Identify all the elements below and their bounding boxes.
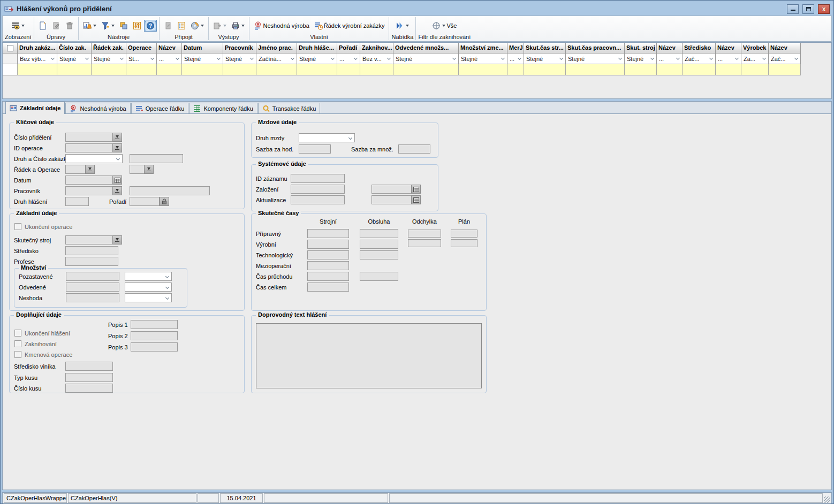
new-row-cell[interactable] [337, 64, 360, 75]
booking-filter-button[interactable]: Vše [430, 20, 459, 32]
col-header-operace[interactable]: Operace [126, 43, 157, 54]
col-header-skut-cas-pracovn[interactable]: Skut.čas pracovn... [566, 43, 625, 54]
filter-operace[interactable]: St... [126, 54, 157, 64]
filter-zaknihovani[interactable]: Bez v... [360, 54, 393, 64]
druh-mzdy-combo[interactable] [299, 133, 355, 142]
filter-pracovnik[interactable]: Stejné [223, 54, 256, 64]
new-row-cell[interactable] [256, 64, 297, 75]
new-row-cell[interactable] [625, 64, 657, 75]
odvedene-mj-combo[interactable] [125, 282, 172, 292]
filter-jmeno-prac[interactable]: Začíná... [256, 54, 297, 64]
filter-skut-stroj[interactable]: Stejné [625, 54, 657, 64]
new-row-cell[interactable] [566, 64, 625, 75]
operace-lookup-button[interactable] [144, 165, 154, 174]
pozastavene-mj-combo[interactable] [125, 272, 172, 281]
col-header-skut-stroj[interactable]: Skut. stroj [625, 43, 657, 54]
filter-skut-cas-str[interactable]: Stejné [524, 54, 566, 64]
col-header-stredisko[interactable]: Středisko [683, 43, 716, 54]
new-row-cell[interactable] [57, 64, 92, 75]
new-row-cell[interactable] [507, 64, 524, 75]
cislo-prideleni-lookup-button[interactable] [112, 133, 122, 142]
minimize-button[interactable] [787, 4, 799, 14]
col-header-druh-zakazky[interactable]: Druh zakáz... [18, 43, 57, 54]
new-row-cell[interactable] [126, 64, 157, 75]
tab-zakladni-udaje[interactable]: Základní údaje [5, 102, 65, 114]
skutecny-stroj-lookup-button[interactable] [112, 235, 122, 245]
new-row-cell[interactable] [657, 64, 683, 75]
poradi-lock-button[interactable] [160, 197, 169, 206]
notes-list-button[interactable] [175, 20, 188, 32]
aktualizace-calendar-button[interactable] [411, 195, 421, 204]
col-header-radek-zak[interactable]: Řádek zak. [92, 43, 126, 54]
close-button[interactable]: x [818, 4, 830, 14]
menu-button[interactable] [393, 20, 411, 32]
media-button[interactable] [188, 20, 206, 32]
new-row-cell[interactable] [157, 64, 182, 75]
filter-odvedene-mnozstvi[interactable]: Stejné [393, 54, 459, 64]
tab-transakce-radku[interactable]: Transakce řádku [258, 103, 321, 113]
col-header-odvedene-mnozstvi[interactable]: Odvedené množs... [393, 43, 459, 54]
neshoda-mj-combo[interactable] [125, 293, 172, 302]
new-record-button[interactable] [36, 20, 49, 32]
filter-button[interactable] [99, 20, 117, 32]
view-menu-button[interactable] [9, 20, 27, 32]
zalozeni-calendar-button[interactable] [411, 185, 421, 194]
col-header-datum[interactable]: Datum [182, 43, 223, 54]
filter-stredisko[interactable]: Zač... [683, 54, 716, 64]
filter-merj[interactable]: ... [507, 54, 524, 64]
col-header-jmeno-prac[interactable]: Jméno prac. [256, 43, 297, 54]
col-header-nazev4[interactable]: Název [769, 43, 801, 54]
tab-komponenty-radku[interactable]: Komponenty řádku [189, 103, 257, 113]
col-header-nazev2[interactable]: Název [657, 43, 683, 54]
new-row-cell[interactable] [683, 64, 716, 75]
id-operace-lookup-button[interactable] [112, 143, 122, 152]
new-row-cell[interactable] [741, 64, 769, 75]
col-header-mnozstvi-zme[interactable]: Množství zme... [459, 43, 507, 54]
col-header-zaknihovani[interactable]: Zaknihov... [360, 43, 393, 54]
new-row-cell[interactable] [716, 64, 741, 75]
new-row-cell[interactable] [360, 64, 393, 75]
filter-datum[interactable]: Stejné [182, 54, 223, 64]
print-button[interactable] [229, 20, 247, 32]
pracovnik-lookup-button[interactable] [112, 186, 122, 195]
settings-button[interactable] [131, 20, 143, 32]
col-header-poradi[interactable]: Pořadí [337, 43, 360, 54]
filter-cislo-zak[interactable]: Stejné [57, 54, 92, 64]
analysis-button[interactable] [81, 20, 98, 32]
help-button[interactable]: ? [144, 20, 157, 32]
copy-settings-button[interactable] [117, 20, 130, 32]
radek-vyrobni-zakazky-button[interactable]: Řádek výrobní zakázky [312, 20, 387, 32]
filter-skut-cas-pracovn[interactable]: Stejné [566, 54, 625, 64]
filter-druh-zakazky[interactable]: Bez výb... [18, 54, 57, 64]
new-row-cell[interactable] [18, 64, 57, 75]
new-row-cell[interactable] [182, 64, 223, 75]
col-header-druh-hlaseni[interactable]: Druh hláše... [297, 43, 337, 54]
filter-mnozstvi-zme[interactable]: Stejné [459, 54, 507, 64]
col-header-nazev1[interactable]: Název [157, 43, 182, 54]
new-row-select-cell[interactable] [3, 64, 18, 75]
druh-zakazky-combo[interactable] [65, 154, 123, 163]
tab-neshodna-vyroba[interactable]: Neshodná výroba [65, 103, 130, 113]
filter-druh-hlaseni[interactable]: Stejné [297, 54, 337, 64]
maximize-button[interactable] [802, 4, 814, 14]
filter-poradi[interactable]: ... [337, 54, 360, 64]
col-header-vyrobek[interactable]: Výrobek [741, 43, 769, 54]
tab-operace-radku[interactable]: Operace řádku [131, 103, 189, 113]
radek-lookup-button[interactable] [85, 165, 95, 174]
col-header-nazev3[interactable]: Název [716, 43, 741, 54]
new-row-cell[interactable] [297, 64, 337, 75]
col-header-skut-cas-str[interactable]: Skut.čas str... [524, 43, 566, 54]
filter-nazev2[interactable]: ... [657, 54, 683, 64]
filter-nazev3[interactable]: ... [716, 54, 741, 64]
new-row-cell[interactable] [459, 64, 507, 75]
new-row-cell[interactable] [393, 64, 459, 75]
new-row-cell[interactable] [769, 64, 801, 75]
filter-nazev4[interactable]: Zač... [769, 54, 801, 64]
select-all-header[interactable] [3, 43, 18, 54]
filter-vyrobek[interactable]: Za... [741, 54, 769, 64]
filter-nazev1[interactable]: ... [157, 54, 182, 64]
neshodna-vyroba-button[interactable]: Neshodná výroba [252, 20, 312, 32]
filter-radek-zak[interactable]: Stejné [92, 54, 126, 64]
new-row-cell[interactable] [524, 64, 566, 75]
datum-calendar-button[interactable] [112, 175, 122, 185]
